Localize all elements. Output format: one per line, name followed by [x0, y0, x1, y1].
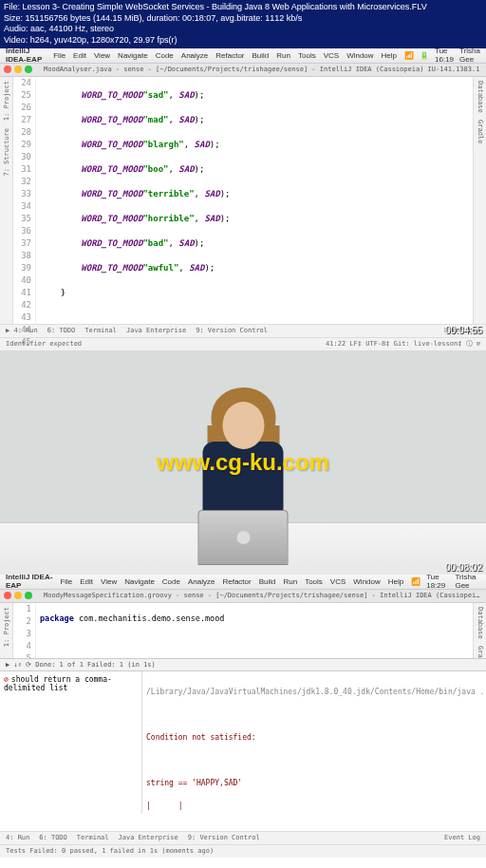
menu-navigate[interactable]: Navigate: [118, 51, 148, 60]
timestamp-1: 00:04:55: [445, 325, 482, 335]
menu2-help[interactable]: Help: [388, 577, 403, 586]
window-path: MoodAnalyser.java - sense - [~/Documents…: [44, 66, 482, 73]
window-path-2: MoodyMessageSpecification.groovy - sense…: [44, 592, 482, 599]
mac-menubar-2: IntelliJ IDEA-EAP File Edit View Navigat…: [0, 575, 486, 590]
code-editor-1[interactable]: WORD_TO_MOOD"sad", SAD); WORD_TO_MOOD"ma…: [36, 77, 473, 324]
traffic-lights-2[interactable]: [4, 592, 32, 599]
menu-code[interactable]: Code: [156, 51, 174, 60]
close-icon[interactable]: [4, 66, 11, 73]
window-titlebar-1: MoodAnalyser.java - sense - [~/Documents…: [0, 64, 486, 77]
video-line: Video: h264, yuv420p, 1280x720, 29.97 fp…: [4, 35, 482, 47]
clock-2: Tue 18:29: [426, 573, 449, 590]
tab-todo[interactable]: 6: TODO: [47, 327, 76, 334]
media-info-header: File: Lesson 3- Creating Simple WebSocke…: [0, 0, 486, 48]
app-name: IntelliJ IDEA-EAP: [6, 47, 46, 64]
bottom-tool-tabs-2[interactable]: 4: Run 6: TODO Terminal Java Enterprise …: [0, 831, 486, 844]
tab-javaee-2[interactable]: Java Enterprise: [119, 834, 178, 841]
menu2-navigate[interactable]: Navigate: [124, 577, 155, 586]
status-message-2: Tests Failed: 0 passed, 1 failed in 1s (…: [6, 847, 214, 855]
right-tool-tabs[interactable]: Database Gradle: [473, 77, 486, 324]
tab-structure[interactable]: 7: Structure: [3, 128, 10, 177]
menu2-build[interactable]: Build: [259, 577, 276, 586]
test-console[interactable]: /Library/Java/JavaVirtualMachines/jdk1.8…: [142, 671, 486, 814]
traffic-lights[interactable]: [4, 66, 32, 73]
menu2-edit[interactable]: Edit: [80, 577, 93, 586]
tab-project[interactable]: 1: Project: [3, 81, 10, 121]
wifi-icon-2: 📶: [411, 577, 421, 586]
ide-body-1: 1: Project 7: Structure 2425262728293031…: [0, 77, 486, 324]
clock: Tue 16:19: [435, 47, 454, 64]
tab-project-2[interactable]: 1: Project: [3, 607, 10, 647]
menu2-window[interactable]: Window: [353, 577, 380, 586]
left-tool-tabs[interactable]: 1: Project 7: Structure: [0, 77, 13, 324]
audio-line: Audio: aac, 44100 Hz, stereo: [4, 24, 482, 35]
ide-body-2: 1: Project 123456 package com.mechanitis…: [0, 603, 486, 831]
menu-view[interactable]: View: [94, 51, 110, 60]
tab-database-2[interactable]: Database: [477, 607, 484, 639]
minimize-icon[interactable]: [14, 66, 22, 73]
test-tree-item[interactable]: ⊘should return a comma-delimited list: [4, 675, 138, 692]
watermark-text: www.cg-ku.com: [157, 449, 329, 476]
menu2-file[interactable]: File: [60, 577, 72, 586]
size-line: Size: 151156756 bytes (144.15 MiB), dura…: [4, 13, 482, 25]
bottom-tool-tabs-1[interactable]: ▶ 4: Run 6: TODO Terminal Java Enterpris…: [0, 324, 486, 337]
mac-menubar-1: IntelliJ IDEA-EAP File Edit View Navigat…: [0, 48, 486, 64]
menu-build[interactable]: Build: [252, 51, 270, 60]
menu-window[interactable]: Window: [346, 51, 373, 60]
menu2-code[interactable]: Code: [162, 577, 180, 586]
tab-vcs-2[interactable]: 9: Version Control: [188, 834, 260, 841]
tab-run-2[interactable]: 4: Run: [6, 834, 29, 841]
video-frame: www.cg-ku.com 00:08:02: [0, 350, 486, 575]
menu-vcs[interactable]: VCS: [324, 51, 339, 60]
fail-icon: ⊘: [4, 675, 9, 684]
status-right: 41:22 LF‡ UTF-8‡ Git: live-lesson‡ ⓘ ⊘: [326, 339, 480, 349]
tab-database[interactable]: Database: [477, 81, 484, 113]
user-name: Trisha Gee: [459, 47, 480, 64]
event-log-2[interactable]: Event Log: [444, 834, 480, 841]
status-bar-1: Identifier expected 41:22 LF‡ UTF-8‡ Git…: [0, 337, 486, 350]
menu2-tools[interactable]: Tools: [305, 577, 323, 586]
test-toolbar[interactable]: ▶ ↓↑ ⟳ Done: 1 of 1 Failed: 1 (in 1s): [0, 658, 486, 671]
tab-terminal[interactable]: Terminal: [84, 327, 117, 334]
menu2-view[interactable]: View: [101, 577, 117, 586]
menu-tools[interactable]: Tools: [298, 51, 316, 60]
file-line: File: Lesson 3- Creating Simple WebSocke…: [4, 2, 482, 13]
menu-edit[interactable]: Edit: [73, 51, 86, 60]
menu2-vcs[interactable]: VCS: [330, 577, 346, 586]
code-editor-2[interactable]: package com.mechanitis.demo.sense.mood i…: [36, 603, 473, 658]
tab-gradle[interactable]: Gradle: [477, 120, 484, 143]
user-name-2: Trisha Gee: [455, 573, 480, 590]
tab-terminal-2[interactable]: Terminal: [77, 834, 109, 841]
wifi-icon: 📶: [404, 51, 414, 60]
menu-run[interactable]: Run: [276, 51, 290, 60]
zoom-icon-2[interactable]: [25, 592, 32, 599]
minimize-icon-2[interactable]: [14, 592, 22, 599]
right-tool-tabs-2[interactable]: Database Gradle: [473, 603, 486, 658]
status-bar-2: Tests Failed: 0 passed, 1 failed in 1s (…: [0, 844, 486, 858]
menu2-run[interactable]: Run: [283, 577, 297, 586]
tab-todo-2[interactable]: 6: TODO: [39, 834, 67, 841]
close-icon-2[interactable]: [4, 592, 11, 599]
test-tree[interactable]: ⊘should return a comma-delimited list: [0, 671, 142, 814]
menu-help[interactable]: Help: [382, 51, 397, 60]
menu-analyze[interactable]: Analyze: [181, 51, 208, 60]
left-tool-tabs-2[interactable]: 1: Project: [0, 603, 13, 658]
menu2-refactor[interactable]: Refactor: [222, 577, 251, 586]
test-runner-panel: ▶ ↓↑ ⟳ Done: 1 of 1 Failed: 1 (in 1s) ⊘s…: [0, 658, 486, 814]
tab-vcs[interactable]: 9: Version Control: [196, 327, 268, 334]
laptop-icon: [198, 510, 289, 565]
menu-refactor[interactable]: Refactor: [215, 51, 244, 60]
test-status: ▶ ↓↑ ⟳ Done: 1 of 1 Failed: 1 (in 1s): [6, 661, 156, 669]
battery-icon: 🔋: [420, 51, 429, 60]
app-name-2: IntelliJ IDEA-EAP: [6, 573, 52, 590]
menu-file[interactable]: File: [53, 51, 65, 60]
line-gutter-2: 123456: [13, 603, 36, 658]
timestamp-2: 00:08:02: [445, 562, 482, 573]
menu2-analyze[interactable]: Analyze: [188, 577, 215, 586]
line-gutter: 2425262728293031323334353637383940414243…: [13, 77, 36, 324]
zoom-icon[interactable]: [25, 66, 32, 73]
window-titlebar-2: MoodyMessageSpecification.groovy - sense…: [0, 590, 486, 603]
tab-javaee[interactable]: Java Enterprise: [126, 327, 186, 334]
